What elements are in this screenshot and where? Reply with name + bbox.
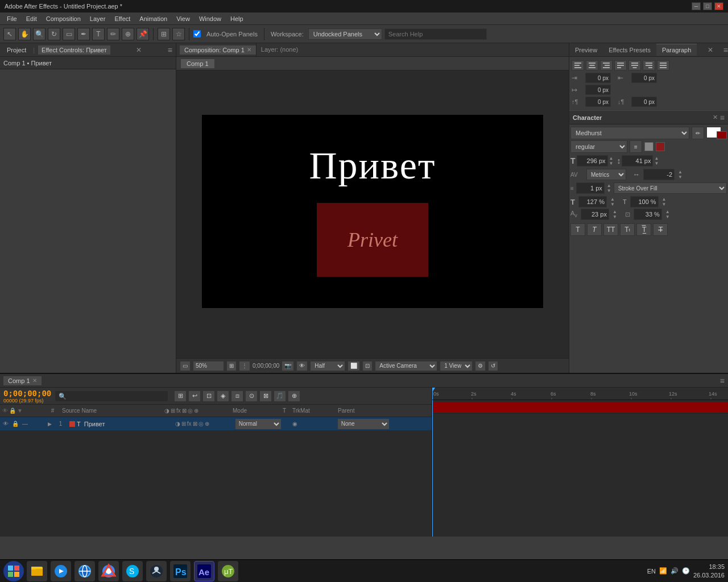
switch-3[interactable]: ⊠ <box>193 421 197 427</box>
character-panel-menu[interactable]: ≡ <box>720 113 725 122</box>
style-regular-btn[interactable]: T <box>570 223 585 236</box>
taskbar-chrome[interactable] <box>98 561 119 581</box>
baseline-input[interactable] <box>581 209 609 220</box>
font-pencil-btn[interactable]: ✏ <box>692 127 704 139</box>
reset-btn[interactable]: ↺ <box>488 361 498 371</box>
menu-view[interactable]: View <box>172 14 195 23</box>
quality-select[interactable]: Half Full Quarter <box>310 361 345 371</box>
taskbar-skype[interactable]: S <box>122 561 143 581</box>
ctrl-btn-9[interactable]: ⊕ <box>288 390 300 402</box>
left-panel-close[interactable]: ✕ <box>136 46 142 54</box>
layer-name[interactable]: Привет <box>82 421 173 427</box>
ctrl-btn-2[interactable]: ↩ <box>188 390 201 402</box>
tracking-method-select[interactable]: Metrics Optical <box>586 169 626 180</box>
tool-select[interactable]: ↖ <box>3 28 16 40</box>
snapshot-btn[interactable]: 📷 <box>282 361 294 371</box>
tool-pen[interactable]: ✒ <box>77 28 90 40</box>
taskbar-steam[interactable] <box>146 561 167 581</box>
effect-controls-tab[interactable]: Effect Controls: Привет <box>38 45 110 55</box>
workspace-select[interactable]: Undocked Panels <box>308 28 382 40</box>
auto-open-checkbox[interactable] <box>193 30 201 38</box>
style-allcaps-btn[interactable]: TT <box>603 223 618 236</box>
right-panel-close[interactable]: ✕ <box>704 46 717 54</box>
horiz-scale-arrows[interactable]: ▲ ▼ <box>662 197 667 207</box>
stroke-arrows[interactable]: ▲ ▼ <box>607 183 611 193</box>
taskbar-photoshop[interactable]: Ps <box>170 561 191 581</box>
taskbar-utorrent[interactable]: μT <box>218 561 238 581</box>
timeline-search[interactable] <box>55 390 168 402</box>
tool-pin[interactable]: 📌 <box>136 28 149 40</box>
tsume-input[interactable] <box>634 209 662 220</box>
tool-text[interactable]: T <box>92 28 105 40</box>
switch-1[interactable]: ◑ <box>175 421 180 427</box>
switch-5[interactable]: ⊕ <box>205 421 209 427</box>
justify-right-btn[interactable] <box>643 60 655 70</box>
style-btn2[interactable]: ≡ <box>630 140 642 153</box>
timeline-options[interactable]: ≡ <box>720 376 725 385</box>
menu-help[interactable]: Help <box>226 14 248 23</box>
fill-square[interactable] <box>644 142 653 151</box>
tool-hand[interactable]: ✋ <box>18 28 31 40</box>
left-panel-menu[interactable]: ≡ <box>168 45 172 55</box>
ctrl-btn-3[interactable]: ⊡ <box>202 390 215 402</box>
ctrl-btn-8[interactable]: 🎵 <box>274 390 286 402</box>
project-tab[interactable]: Project <box>3 45 30 55</box>
taskbar-aftereffects[interactable]: Ae <box>194 561 214 581</box>
stroke-square[interactable] <box>656 142 665 151</box>
align-right-btn[interactable] <box>600 60 613 70</box>
taskbar-explorer[interactable] <box>27 561 47 581</box>
comp-settings-btn[interactable]: ⚙ <box>475 361 486 371</box>
layer-parent-select[interactable]: None <box>338 419 389 429</box>
taskbar-media-player[interactable] <box>51 561 71 581</box>
menu-animation[interactable]: Animation <box>135 14 172 23</box>
maximize-btn[interactable]: □ <box>703 2 712 10</box>
menu-layer[interactable]: Layer <box>85 14 110 23</box>
baseline-arrows[interactable]: ▲ ▼ <box>613 209 617 219</box>
space-before-input[interactable] <box>585 97 611 107</box>
ctrl-btn-1[interactable]: ⊞ <box>174 390 187 402</box>
justify-all-btn[interactable] <box>657 60 669 70</box>
stroke-width-input[interactable] <box>576 182 605 194</box>
tool-extra2[interactable]: ☆ <box>172 28 185 40</box>
vert-scale-arrows[interactable]: ▲ ▼ <box>610 197 615 207</box>
horiz-scale-input[interactable] <box>630 196 659 207</box>
indent-right-input[interactable] <box>631 73 657 83</box>
menu-window[interactable]: Window <box>195 14 226 23</box>
ctrl-btn-7[interactable]: ⊠ <box>259 390 272 402</box>
show-snapshot-btn[interactable]: 👁 <box>296 361 308 371</box>
style-subscript-btn[interactable]: T̶ <box>653 223 668 236</box>
transparency-btn[interactable]: ⬜ <box>348 361 360 371</box>
style-superscript-btn[interactable]: T̲ <box>636 223 651 236</box>
track-bar[interactable] <box>432 402 728 412</box>
pixel-btn[interactable]: ⊡ <box>362 361 373 371</box>
comp-inner-tab[interactable]: Comp 1 <box>181 59 214 68</box>
tool-brush[interactable]: ✏ <box>107 28 119 40</box>
vert-scale-input[interactable] <box>578 196 607 207</box>
minimize-btn[interactable]: ─ <box>692 2 701 10</box>
ctrl-btn-6[interactable]: ⊙ <box>245 390 258 402</box>
space-after-input[interactable] <box>631 97 657 107</box>
tool-extra1[interactable]: ⊞ <box>158 28 170 40</box>
playhead[interactable] <box>432 388 433 400</box>
taskbar-ie[interactable] <box>75 561 95 581</box>
tool-rect[interactable]: ▭ <box>63 28 75 40</box>
right-panel-menu[interactable]: ≡ <box>723 45 728 55</box>
switch-2[interactable]: ⊞ <box>181 421 186 427</box>
color-swatch-container[interactable] <box>706 127 727 139</box>
time-display[interactable]: 0;00;00;00 <box>3 389 51 398</box>
comp-tab-close[interactable]: ✕ <box>247 47 251 53</box>
search-input[interactable] <box>384 28 487 40</box>
preview-tab[interactable]: Preview <box>569 44 603 56</box>
layer-shy-btn[interactable]: — <box>20 419 30 429</box>
font-style-select[interactable]: regular bold italic <box>570 140 627 153</box>
close-btn[interactable]: ✕ <box>714 2 723 10</box>
effects-presets-tab[interactable]: Effects Presets <box>603 44 656 56</box>
menu-edit[interactable]: Edit <box>22 14 42 23</box>
fit-btn[interactable]: ⊞ <box>226 361 237 371</box>
grid-btn[interactable]: ⋮ <box>239 361 250 371</box>
leading-arrows[interactable]: ▲ ▼ <box>654 156 659 166</box>
menu-file[interactable]: File <box>2 14 22 23</box>
style-italic-btn[interactable]: T <box>587 223 602 236</box>
tsume-arrows[interactable]: ▲ ▼ <box>665 209 670 219</box>
zoom-btn[interactable]: 50% <box>193 361 224 371</box>
